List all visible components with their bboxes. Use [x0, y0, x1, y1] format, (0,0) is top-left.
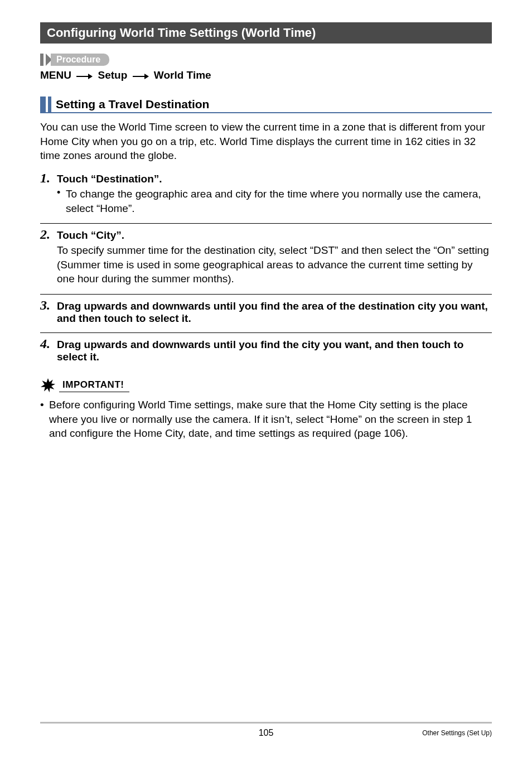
important-bullet: • Before configuring World Time settings… [40, 398, 492, 441]
heading-bar-decor [48, 97, 51, 112]
page-footer: 105 Other Settings (Set Up) [40, 722, 492, 738]
starburst-icon [40, 378, 56, 393]
procedure-pill: Procedure [51, 54, 109, 66]
footer-divider [40, 722, 492, 724]
intro-paragraph: You can use the World Time screen to vie… [40, 120, 492, 163]
arrow-right-icon [76, 70, 93, 82]
arrow-right-icon [133, 70, 149, 82]
subsection-heading: Setting a Travel Destination [40, 97, 492, 113]
section-title-bar: Configuring World Time Settings (World T… [40, 22, 492, 44]
step-number: 3. [40, 298, 57, 313]
footer-section-label: Other Settings (Set Up) [422, 729, 492, 737]
page-number: 105 [259, 728, 274, 738]
step-number: 1. [40, 171, 57, 186]
svg-marker-0 [41, 378, 55, 392]
step-1: 1. Touch “Destination”. • To change the … [40, 171, 492, 221]
important-callout: IMPORTANT! [40, 378, 492, 393]
procedure-label-row: Procedure [40, 54, 492, 66]
step-2: 2. Touch “City”. To specify summer time … [40, 223, 492, 292]
heading-bar-decor [40, 97, 46, 112]
bullet-dot-icon: • [57, 187, 66, 215]
breadcrumb: MENU Setup World Time [40, 69, 492, 82]
bullet-dot-icon: • [40, 398, 49, 441]
step-title: Drag upwards and downwards until you fin… [57, 339, 492, 363]
breadcrumb-worldtime: World Time [154, 69, 211, 81]
step-title: Touch “Destination”. [57, 173, 162, 185]
step-number: 2. [40, 227, 57, 242]
important-text: Before configuring World Time settings, … [49, 398, 492, 441]
step-bullet: • To change the geographic area and city… [57, 187, 492, 215]
breadcrumb-setup: Setup [98, 69, 128, 81]
step-bullet-text: To change the geographic area and city f… [66, 187, 492, 215]
step-body-text: To specify summer time for the destinati… [57, 243, 492, 286]
step-4: 4. Drag upwards and downwards until you … [40, 332, 492, 369]
step-title: Touch “City”. [57, 229, 124, 242]
important-label: IMPORTANT! [59, 379, 129, 392]
step-3: 3. Drag upwards and downwards until you … [40, 294, 492, 330]
subsection-heading-text: Setting a Travel Destination [56, 97, 209, 112]
breadcrumb-menu: MENU [40, 69, 71, 81]
procedure-pipe-decor [40, 54, 43, 66]
step-title: Drag upwards and downwards until you fin… [57, 300, 492, 325]
step-number: 4. [40, 336, 57, 351]
